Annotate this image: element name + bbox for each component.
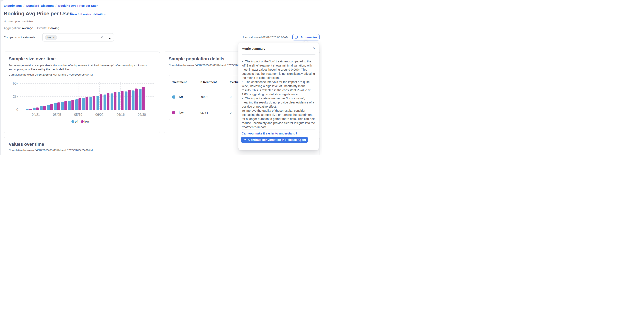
popup-footer-divider <box>242 130 316 130</box>
breadcrumb-separator: / <box>56 4 56 8</box>
sparkle-icon <box>295 35 299 39</box>
aggregation-value: Average <box>22 26 33 30</box>
continue-conversation-label: Continue conversation in Release Agent <box>248 138 306 142</box>
select-divider <box>106 35 106 40</box>
treatment-color-swatch <box>172 111 176 114</box>
column-header: Treatment <box>172 80 200 84</box>
popup-summary-text: • The impact of the 'low' treatment comp… <box>242 59 316 129</box>
in-treatment-value: 39901 <box>200 95 230 98</box>
legend-label: off <box>75 120 78 123</box>
popup-title: Metric summary <box>242 47 265 50</box>
treatment-chip-label: low <box>48 36 52 39</box>
breadcrumb: Experiments/Standard_Discount/Booking Av… <box>4 4 98 8</box>
sparkle-icon <box>243 138 246 142</box>
sample-size-bar-chart[interactable]: 025k50k04/2105/0505/1906/0206/1606/30off… <box>4 52 160 133</box>
treatment-color-swatch <box>172 96 176 98</box>
values-cumulative: Cumulative between 04/16/2025 05:00PM an… <box>8 148 93 152</box>
easier-to-understand-link[interactable]: Can you make it easier to understand? <box>242 132 297 135</box>
comparison-treatments-select[interactable]: low ✕ ✕ <box>42 33 114 42</box>
summary-bullet: • The impact state is marked as 'Inconcl… <box>242 96 316 108</box>
y-axis-tick-label: 0 <box>16 108 18 112</box>
x-axis-tick-label: 05/05 <box>53 113 61 116</box>
breadcrumb-item[interactable]: Standard_Discount <box>26 4 54 8</box>
chip-remove-icon[interactable]: ✕ <box>53 36 55 39</box>
population-title: Sample population details <box>168 56 224 62</box>
left-background-strip <box>0 0 1 155</box>
view-metric-definition-link[interactable]: View full metric definition <box>70 13 106 16</box>
treatment-chip[interactable]: low ✕ <box>45 35 57 40</box>
summary-bullet: • The confidence intervals for the impac… <box>242 80 316 96</box>
x-axis-tick-label: 05/19 <box>74 113 82 116</box>
continue-conversation-button[interactable]: Continue conversation in Release Agent <box>241 137 308 143</box>
close-icon[interactable]: ✕ <box>313 46 316 50</box>
last-calculated-text: Last calculated 07/07/2025 08:08AM <box>243 36 288 39</box>
summarize-button[interactable]: Summarize <box>292 34 320 40</box>
sample-size-card: Sample size over time For average metric… <box>4 52 160 133</box>
page: Experiments/Standard_Discount/Booking Av… <box>0 0 322 155</box>
metric-summary-popup: Metric summary ✕ • The impact of the 'lo… <box>238 42 319 150</box>
values-title: Values over time <box>8 142 44 147</box>
column-header: In treatment <box>200 80 230 84</box>
summarize-label: Summarize <box>300 36 317 39</box>
x-axis-tick-label: 06/30 <box>138 113 146 116</box>
events-value: Booking <box>48 26 59 30</box>
summary-bullet: • The impact of the 'low' treatment comp… <box>242 59 316 80</box>
x-axis-tick-label: 06/16 <box>117 113 125 116</box>
page-title: Booking Avg Price per User <box>4 11 72 17</box>
chevron-down-icon[interactable] <box>109 37 112 40</box>
comparison-treatments-label: Comparison treatments <box>4 36 35 39</box>
metric-description: No description available <box>4 20 33 23</box>
in-treatment-value: 43784 <box>200 111 230 114</box>
y-axis-tick-label: 25k <box>13 95 18 98</box>
x-axis-tick-label: 04/21 <box>32 113 40 116</box>
main-content-panel: Experiments/Standard_Discount/Booking Av… <box>1 0 322 155</box>
treatment-name: off <box>179 95 183 99</box>
treatment-name: low <box>179 111 184 114</box>
breadcrumb-separator: / <box>24 4 24 8</box>
clear-selection-icon[interactable]: ✕ <box>100 36 103 39</box>
metric-meta-row: Aggregation: Average Events: Booking <box>4 26 62 30</box>
events-label: Events: <box>37 26 47 30</box>
y-axis-tick-label: 50k <box>13 82 18 85</box>
legend-label: low <box>84 120 89 123</box>
breadcrumb-item[interactable]: Booking Avg Price per User <box>58 4 98 8</box>
x-axis-tick-label: 06/02 <box>95 113 104 116</box>
aggregation-label: Aggregation: <box>4 26 21 30</box>
summary-closing: To improve the quality of these results,… <box>242 108 316 129</box>
breadcrumb-item[interactable]: Experiments <box>4 4 22 8</box>
